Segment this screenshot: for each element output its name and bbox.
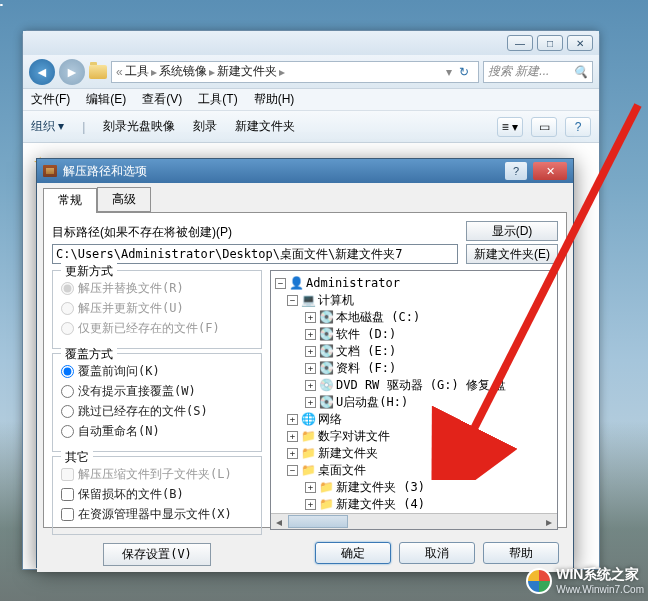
chevron-right-icon: ▸ xyxy=(279,65,285,79)
search-placeholder: 搜索 新建... xyxy=(488,63,549,80)
preview-pane-button[interactable]: ▭ xyxy=(531,117,557,137)
tree-node-digital[interactable]: +📁数字对讲文件 xyxy=(275,428,553,445)
tab-strip: 常规 高级 xyxy=(37,183,573,212)
watermark-brand: WIN系统之家 xyxy=(556,566,644,584)
command-bar: 组织 ▾ | 刻录光盘映像 刻录 新建文件夹 ≡ ▾ ▭ ? xyxy=(23,111,599,143)
radio-ask-before[interactable]: 覆盖前询问(K) xyxy=(61,363,253,380)
menubar: 文件(F) 编辑(E) 查看(V) 工具(T) 帮助(H) xyxy=(23,89,599,111)
radio-update-existing[interactable]: 仅更新已经存在的文件(F) xyxy=(61,320,253,337)
menu-edit[interactable]: 编辑(E) xyxy=(86,91,126,108)
ok-button[interactable]: 确定 xyxy=(315,542,391,564)
tree-node-disk-d[interactable]: +💽软件 (D:) xyxy=(275,326,553,343)
new-folder-button[interactable]: 新建文件夹 xyxy=(235,118,295,135)
tree-node-nf3[interactable]: +📁新建文件夹 (3) xyxy=(275,479,553,496)
refresh-icon[interactable]: ↻ xyxy=(454,65,474,79)
extract-dialog: 解压路径和选项 ? ✕ 常规 高级 目标路径(如果不存在将被创建)(P) 显示(… xyxy=(36,158,574,568)
tab-panel-general: 目标路径(如果不存在将被创建)(P) 显示(D) 新建文件夹(E) 更新方式 解… xyxy=(43,212,567,528)
tree-node-nf4[interactable]: +📁新建文件夹 (4) xyxy=(275,496,553,513)
view-mode-button[interactable]: ≡ ▾ xyxy=(497,117,523,137)
group-update-mode: 更新方式 解压并替换文件(R) 解压并更新文件(U) 仅更新已经存在的文件(F) xyxy=(52,270,262,349)
check-keep-broken[interactable]: 保留损坏的文件(B) xyxy=(61,486,253,503)
group-title: 覆盖方式 xyxy=(61,346,117,363)
group-misc: 其它 解压压缩文件到子文件夹(L) 保留损坏的文件(B) 在资源管理器中显示文件… xyxy=(52,456,262,535)
group-title: 更新方式 xyxy=(61,263,117,280)
tab-advanced[interactable]: 高级 xyxy=(97,187,151,212)
menu-tools[interactable]: 工具(T) xyxy=(198,91,237,108)
watermark: WIN系统之家 Www.Winwin7.Com xyxy=(526,566,644,595)
radio-overwrite-silent[interactable]: 没有提示直接覆盖(W) xyxy=(61,383,253,400)
tree-node-disk-e[interactable]: +💽文档 (E:) xyxy=(275,343,553,360)
burn-button[interactable]: 刻录 xyxy=(193,118,217,135)
breadcrumb-item[interactable]: 系统镜像 xyxy=(159,63,207,80)
path-label: 目标路径(如果不存在将被创建)(P) xyxy=(52,224,458,241)
dialog-titlebar: 解压路径和选项 ? ✕ xyxy=(37,159,573,183)
help-button[interactable]: ? xyxy=(565,117,591,137)
tree-node-disk-f[interactable]: +💽资料 (F:) xyxy=(275,360,553,377)
tree-node-udisk[interactable]: +💽U启动盘(H:) xyxy=(275,394,553,411)
tree-horizontal-scrollbar[interactable]: ◂ ▸ xyxy=(271,513,557,529)
dialog-title: 解压路径和选项 xyxy=(63,163,147,180)
watermark-url: Www.Winwin7.Com xyxy=(556,584,644,595)
scroll-thumb[interactable] xyxy=(288,515,348,528)
display-button[interactable]: 显示(D) xyxy=(466,221,558,241)
burn-image-button[interactable]: 刻录光盘映像 xyxy=(103,118,175,135)
tree-node-computer[interactable]: −💻计算机 xyxy=(275,292,553,309)
breadcrumb-item[interactable]: 工具 xyxy=(125,63,149,80)
breadcrumb-item[interactable]: 新建文件夹 xyxy=(217,63,277,80)
back-button[interactable]: ◄ xyxy=(29,59,55,85)
explorer-titlebar: — □ ✕ xyxy=(23,31,599,55)
dropdown-icon[interactable]: ▾ xyxy=(446,65,452,79)
destination-path-input[interactable] xyxy=(52,244,458,264)
search-input[interactable]: 搜索 新建... 🔍 xyxy=(483,61,593,83)
chevron-right-icon: ▸ xyxy=(151,65,157,79)
save-settings-button[interactable]: 保存设置(V) xyxy=(103,543,211,566)
breadcrumb-sep: « xyxy=(116,65,123,79)
archive-icon xyxy=(43,165,57,177)
group-title: 其它 xyxy=(61,449,93,466)
close-button[interactable]: ✕ xyxy=(567,35,593,51)
explorer-navbar: ◄ ► « 工具 ▸ 系统镜像 ▸ 新建文件夹 ▸ ▾ ↻ 搜索 新建... 🔍 xyxy=(23,55,599,89)
menu-help[interactable]: 帮助(H) xyxy=(254,91,295,108)
organize-menu[interactable]: 组织 ▾ xyxy=(31,118,64,135)
tree-node-administrator[interactable]: −👤Administrator xyxy=(275,275,553,292)
tree-node-newfolder[interactable]: +📁新建文件夹 xyxy=(275,445,553,462)
folder-tree[interactable]: −👤Administrator −💻计算机 +💽本地磁盘 (C:) +💽软件 (… xyxy=(270,270,558,530)
dialog-close-button[interactable]: ✕ xyxy=(533,162,567,180)
radio-extract-update[interactable]: 解压并更新文件(U) xyxy=(61,300,253,317)
check-show-explorer[interactable]: 在资源管理器中显示文件(X) xyxy=(61,506,253,523)
help-button[interactable]: 帮助 xyxy=(483,542,559,564)
cancel-button[interactable]: 取消 xyxy=(399,542,475,564)
breadcrumb[interactable]: « 工具 ▸ 系统镜像 ▸ 新建文件夹 ▸ ▾ ↻ xyxy=(111,61,479,83)
folder-icon xyxy=(89,65,107,79)
chevron-right-icon: ▸ xyxy=(209,65,215,79)
radio-extract-replace[interactable]: 解压并替换文件(R) xyxy=(61,280,253,297)
group-overwrite-mode: 覆盖方式 覆盖前询问(K) 没有提示直接覆盖(W) 跳过已经存在的文件(S) 自… xyxy=(52,353,262,452)
menu-view[interactable]: 查看(V) xyxy=(142,91,182,108)
radio-auto-rename[interactable]: 自动重命名(N) xyxy=(61,423,253,440)
search-icon: 🔍 xyxy=(573,65,588,79)
watermark-logo-icon xyxy=(526,568,552,594)
tree-node-dvd-rw[interactable]: +💿DVD RW 驱动器 (G:) 修复盘 xyxy=(275,377,553,394)
check-subfolder[interactable]: 解压压缩文件到子文件夹(L) xyxy=(61,466,253,483)
scroll-right-icon[interactable]: ▸ xyxy=(541,514,557,529)
tab-general[interactable]: 常规 xyxy=(43,188,97,213)
tree-node-local-disk-c[interactable]: +💽本地磁盘 (C:) xyxy=(275,309,553,326)
minimize-button[interactable]: — xyxy=(507,35,533,51)
maximize-button[interactable]: □ xyxy=(537,35,563,51)
dialog-help-button[interactable]: ? xyxy=(505,162,527,180)
tree-node-desktop[interactable]: −📁桌面文件 xyxy=(275,462,553,479)
scroll-left-icon[interactable]: ◂ xyxy=(271,514,287,529)
forward-button[interactable]: ► xyxy=(59,59,85,85)
new-folder-button[interactable]: 新建文件夹(E) xyxy=(466,244,558,264)
tree-node-network[interactable]: +🌐网络 xyxy=(275,411,553,428)
radio-skip-existing[interactable]: 跳过已经存在的文件(S) xyxy=(61,403,253,420)
menu-file[interactable]: 文件(F) xyxy=(31,91,70,108)
